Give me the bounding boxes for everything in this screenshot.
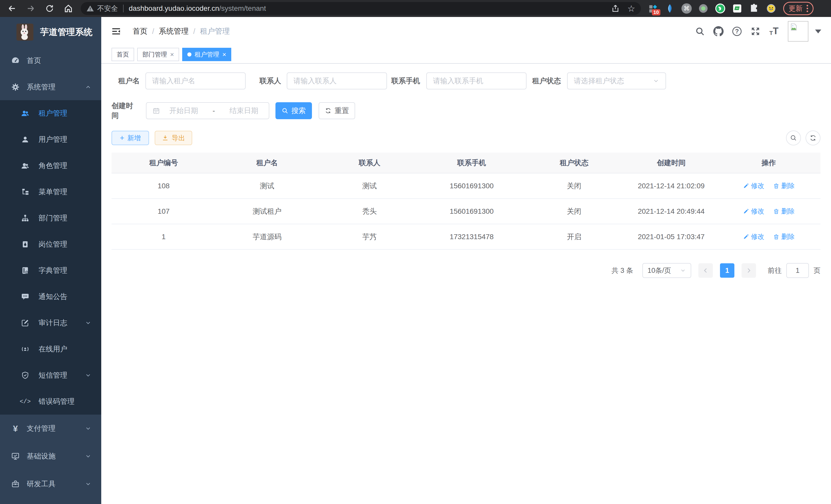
help-icon[interactable]: ? [732, 26, 742, 36]
active-dot [187, 52, 192, 57]
extension-icon-record[interactable] [698, 3, 709, 14]
add-button[interactable]: + 新增 [112, 131, 149, 145]
chat-bubble-icon [21, 292, 30, 301]
toggle-search-button[interactable] [786, 130, 801, 145]
breadcrumb-item[interactable]: 首页 [133, 26, 147, 36]
pencil-icon [743, 208, 749, 214]
cell-status: 关闭 [523, 199, 625, 224]
sidebar-item-notice[interactable]: 通知公告 [0, 284, 101, 310]
edit-link[interactable]: 修改 [743, 207, 765, 216]
browser-menu-icon[interactable] [807, 5, 808, 12]
current-page[interactable]: 1 [720, 263, 735, 278]
sidebar-item-home[interactable]: 首页 [0, 47, 101, 74]
app-title: 芋道管理系统 [40, 26, 92, 38]
sidebar-item-audit-log[interactable]: 审计日志 [0, 310, 101, 336]
extension-icon-grid[interactable]: 10 [648, 3, 658, 14]
mobile-input[interactable] [433, 77, 520, 85]
extension-icon-emoji[interactable] [766, 3, 776, 14]
sidebar-item-label: 首页 [27, 56, 41, 65]
bookmark-star-icon[interactable]: ☆ [628, 3, 635, 13]
browser-forward-icon[interactable] [26, 4, 35, 13]
extension-icon-chat[interactable] [732, 3, 743, 14]
browser-home-icon[interactable] [64, 4, 73, 13]
browser-update-button[interactable]: 更新 [783, 2, 813, 15]
tab-tenant[interactable]: 租户管理 × [182, 48, 231, 61]
url-path: /system/tenant [219, 4, 266, 12]
sidebar-item-user[interactable]: 用户管理 [0, 126, 101, 153]
briefcase-icon [11, 479, 20, 488]
chevron-down-icon [653, 78, 659, 84]
share-icon[interactable] [611, 4, 620, 13]
status-select[interactable]: 请选择租户状态 [567, 72, 666, 89]
prev-page-button[interactable] [698, 263, 713, 278]
header-search-icon[interactable] [695, 26, 705, 36]
avatar[interactable] [788, 21, 808, 41]
refresh-table-button[interactable] [806, 130, 821, 145]
dashboard-icon [11, 56, 20, 65]
goto-page-input[interactable] [786, 263, 809, 278]
security-warning-icon[interactable] [86, 5, 94, 12]
sidebar-item-dept[interactable]: 部门管理 [0, 205, 101, 231]
edit-link[interactable]: 修改 [743, 181, 765, 190]
tab-home[interactable]: 首页 [112, 48, 134, 61]
close-icon[interactable]: × [170, 51, 174, 59]
page-size-select[interactable]: 10条/页 [642, 263, 691, 278]
breadcrumb-item[interactable]: 系统管理 [159, 26, 189, 36]
fullscreen-icon[interactable] [750, 26, 761, 36]
extensions-row: 10 ⌘ [648, 3, 776, 14]
browser-reload-icon[interactable] [45, 4, 54, 13]
delete-link[interactable]: 删除 [773, 207, 795, 216]
chevron-down-icon [85, 481, 91, 487]
tenant-name-label: 租户名 [112, 76, 140, 86]
delete-link[interactable]: 删除 [773, 181, 795, 190]
mobile-input-wrap [426, 72, 526, 89]
sidebar-item-online-users[interactable]: 在线用户 [0, 336, 101, 362]
sidebar-item-role[interactable]: 角色管理 [0, 153, 101, 179]
table-header-row: 租户编号 租户名 联系人 联系手机 租户状态 创建时间 操作 [112, 153, 821, 173]
close-icon[interactable]: × [222, 51, 226, 59]
extension-icon-balloon[interactable] [664, 3, 675, 14]
sidebar-item-menu[interactable]: 菜单管理 [0, 179, 101, 205]
extension-icon-puzzle[interactable] [749, 3, 760, 14]
avatar-caret-icon[interactable] [815, 30, 821, 33]
sidebar-item-infra[interactable]: 基础设施 [0, 442, 101, 470]
sidebar: 芋道管理系统 首页 系统管理 租户管理 用户管理 角色管理 [0, 17, 101, 504]
font-size-icon[interactable]: TT [769, 26, 779, 36]
sidebar-item-error-code[interactable]: </> 错误码管理 [0, 388, 101, 415]
table-row: 108 测试 测试 15601691300 关闭 2021-12-14 21:0… [112, 173, 821, 199]
sidebar-collapse-icon[interactable] [111, 27, 121, 36]
browser-back-icon[interactable] [7, 4, 17, 13]
github-icon[interactable] [713, 26, 724, 36]
contact-input[interactable] [293, 77, 380, 85]
search-button[interactable]: 搜索 [276, 102, 312, 119]
chevron-down-icon [85, 453, 91, 459]
tenant-name-input[interactable] [152, 77, 239, 85]
question-glyph: ? [732, 27, 742, 36]
sidebar-item-dev-tools[interactable]: 研发工具 [0, 470, 101, 498]
tab-dept[interactable]: 部门管理 × [137, 48, 179, 61]
tags-view-bar: 首页 部门管理 × 租户管理 × [101, 46, 831, 64]
sidebar-item-label: 基础设施 [27, 451, 56, 461]
tenant-table: 租户编号 租户名 联系人 联系手机 租户状态 创建时间 操作 108 测试 测试 [112, 153, 821, 250]
chevron-down-icon [680, 267, 686, 274]
edit-link[interactable]: 修改 [743, 232, 765, 241]
delete-link[interactable]: 删除 [773, 232, 795, 241]
top-navbar: 首页 / 系统管理 / 租户管理 ? TT [101, 17, 831, 46]
sidebar-item-tenant[interactable]: 租户管理 [0, 100, 101, 126]
table-row: 107 测试租户 秃头 15601691300 关闭 2021-12-14 20… [112, 199, 821, 224]
cell-tenant-name: 测试 [216, 173, 319, 199]
extension-icon-command[interactable]: ⌘ [682, 3, 692, 13]
address-bar[interactable]: 不安全 dashboard.yudao.iocoder.cn/system/te… [81, 2, 641, 15]
sidebar-item-dict[interactable]: 字典管理 [0, 258, 101, 284]
sidebar-item-pay[interactable]: ¥ 支付管理 [0, 415, 101, 442]
sidebar-item-post[interactable]: 岗位管理 [0, 231, 101, 258]
next-page-button[interactable] [742, 263, 756, 278]
sidebar-item-sms[interactable]: 短信管理 [0, 362, 101, 388]
logo[interactable]: 芋道管理系统 [0, 17, 101, 47]
monitor-icon [11, 452, 20, 461]
reset-button[interactable]: 重置 [319, 102, 355, 119]
export-button[interactable]: 导出 [155, 131, 192, 145]
extension-icon-yuque[interactable] [715, 3, 726, 14]
sidebar-item-system[interactable]: 系统管理 [0, 74, 101, 100]
date-range-picker[interactable]: 开始日期 - 结束日期 [146, 102, 269, 119]
